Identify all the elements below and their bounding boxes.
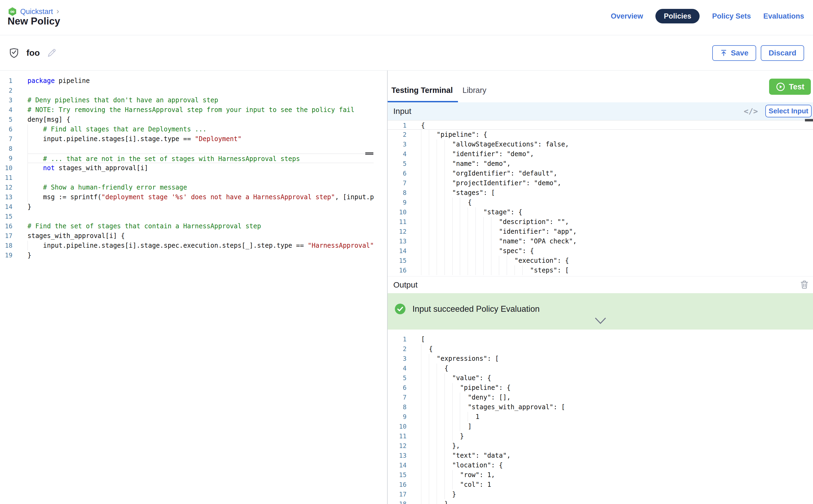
policy-toolbar: foo Save Discard [0,35,813,71]
test-button[interactable]: Test [769,79,811,95]
indent-guide [437,412,437,422]
code-line: 10 not stages_with_approval[i] [0,163,387,173]
code-line: 16# Find the set of stages that contain … [0,221,387,231]
code-line: 4 "identifier": "demo", [387,149,813,159]
indent-guide [437,265,437,275]
policy-code-editor[interactable]: 1package pipeline23# Deny pipelines that… [0,71,387,504]
indent-guide [437,383,437,393]
indent-guide [476,207,476,217]
code-line: 7 input.pipeline.stages[i].stage.type ==… [0,134,387,144]
indent-guide [445,236,445,246]
indent-guide [476,256,476,265]
indent-guide [27,192,28,202]
line-number: 8 [387,402,406,412]
code-line: 5 "value": { [387,373,813,383]
indent-guide [460,265,460,275]
indent-guide [429,149,429,159]
code-line: 6 # Find all stages that are Deployments… [0,124,387,134]
indent-guide [445,489,445,499]
expand-details-button[interactable] [594,317,607,325]
indent-guide [460,422,460,431]
indent-guide [437,363,437,373]
indent-guide [429,431,429,441]
indent-guide [452,412,453,422]
indent-guide [445,373,445,383]
indent-guide [460,207,460,217]
tab-testing-terminal[interactable]: Testing Terminal [391,86,453,95]
indent-guide [437,217,437,227]
line-number: 2 [387,344,406,354]
upload-icon [720,49,727,57]
indent-guide [460,236,460,246]
top-nav: Overview Policies Policy Sets Evaluation… [611,8,804,24]
indent-guide [445,412,445,422]
indent-guide [429,451,429,460]
harness-logo-icon: ∞ [8,7,17,16]
breadcrumb-project-link[interactable]: Quickstart [20,8,53,16]
code-line: 3# Deny pipelines that don't have an app… [0,95,387,105]
indent-guide [429,236,429,246]
testing-terminal-panel: Testing Terminal Library Test Input </> … [387,71,813,504]
indent-guide [445,460,445,470]
indent-guide [452,265,453,275]
indent-guide [429,470,429,480]
code-line: 2 [0,86,387,95]
line-number: 14 [0,202,12,212]
indent-guide [429,489,429,499]
indent-guide [483,227,484,236]
indent-guide [452,217,453,227]
nav-overview[interactable]: Overview [611,12,643,20]
code-line: 13 "name": "OPA check", [387,236,813,246]
line-number: 9 [0,153,12,163]
indent-guide [429,130,429,139]
discard-button[interactable]: Discard [761,45,804,61]
indent-guide [445,246,445,256]
code-line: 15 "execution": { [387,256,813,265]
indent-guide [499,265,499,275]
clear-output-button[interactable] [800,279,809,291]
indent-guide [429,217,429,227]
select-input-button[interactable]: Select Input [765,105,812,117]
input-json-editor[interactable]: 1{2 "pipeline": {3 "allowStageExecutions… [387,120,813,276]
line-number: 7 [0,134,12,144]
code-line: 12 }, [387,441,813,451]
line-number: 14 [387,246,406,256]
edit-name-button[interactable] [46,48,57,58]
save-button[interactable]: Save [712,45,756,61]
indent-guide [445,198,445,207]
line-number: 5 [387,373,406,383]
page-title: New Policy [8,16,60,27]
indent-guide [437,169,437,178]
line-number: 5 [0,115,12,124]
indent-guide [437,246,437,256]
line-number: 9 [387,198,406,207]
code-view-icon[interactable]: </> [744,107,758,116]
line-number: 2 [0,86,12,95]
indent-guide [429,363,429,373]
code-line: 1{ [387,120,813,130]
indent-guide [429,441,429,451]
indent-guide [437,139,437,149]
output-json-editor[interactable]: 1[2 {3 "expressions": [4 {5 "value": {6 … [387,330,813,504]
pencil-icon [46,48,57,58]
indent-guide [445,256,445,265]
indent-guide [429,393,429,402]
indent-guide [445,265,445,275]
nav-evaluations[interactable]: Evaluations [763,12,804,20]
line-number: 12 [387,227,406,236]
indent-guide [437,422,437,431]
indent-guide [437,149,437,159]
code-line: 11 [0,173,387,183]
evaluation-success-banner: Input succeeded Policy Evaluation [387,293,813,330]
nav-policies[interactable]: Policies [655,9,700,23]
indent-guide [445,431,445,441]
indent-guide [429,159,429,169]
indent-guide [452,422,453,431]
code-line: 17stages_with_approval[i] { [0,231,387,241]
tab-library[interactable]: Library [463,86,487,95]
indent-guide [437,441,437,451]
nav-policy-sets[interactable]: Policy Sets [712,12,751,20]
line-number: 17 [0,231,12,241]
line-number: 10 [387,422,406,431]
indent-guide [445,441,445,451]
